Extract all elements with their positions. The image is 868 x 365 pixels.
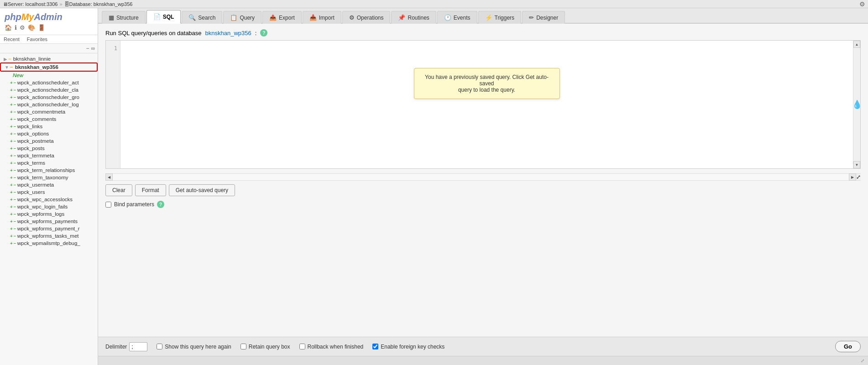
table-name-2: wpck_actionscheduler_cla <box>17 87 78 93</box>
recent-tab[interactable]: Recent <box>0 35 23 43</box>
tab-query[interactable]: 📋 Query <box>223 11 261 24</box>
status-expand-icon[interactable]: ⤢ <box>861 358 864 363</box>
tab-export[interactable]: 📤 Export <box>262 11 302 24</box>
table-name-7: wpck_links <box>17 124 43 129</box>
sidebar-item-bknskhan-wp356[interactable]: ▼ − bknskhan_wp356 <box>0 63 98 72</box>
sidebar-item-table-16[interactable]: + − wpck_users <box>0 188 98 196</box>
retain-query-checkbox[interactable] <box>241 344 246 349</box>
sidebar-item-table-17[interactable]: + − wpck_wpc_accesslocks <box>0 196 98 203</box>
format-button[interactable]: Format <box>135 184 166 196</box>
delimiter-input[interactable] <box>129 342 147 351</box>
tab-import[interactable]: 📥 Import <box>303 11 341 24</box>
designer-tab-icon: ✏ <box>529 14 534 21</box>
tab-operations[interactable]: ⚙ Operations <box>342 11 391 24</box>
bind-params-label[interactable]: Bind parameters <box>114 201 154 208</box>
plus-icon-2: + <box>10 88 13 93</box>
collapse-icon[interactable]: − <box>86 45 89 52</box>
plus-icon-12: + <box>10 161 13 166</box>
minus-icon-16: − <box>14 190 16 195</box>
sidebar-item-table-23[interactable]: + − wpck_wpmailsmtp_debug_ <box>0 240 98 247</box>
table-name-15: wpck_usermeta <box>17 182 54 188</box>
sidebar-item-table-10[interactable]: + − wpck_posts <box>0 145 98 152</box>
settings-icon[interactable]: ⚙ <box>859 0 865 8</box>
infinity-icon[interactable]: ∞ <box>91 45 95 52</box>
sidebar-item-table-7[interactable]: + − wpck_links <box>0 123 98 130</box>
tab-structure-label: Structure <box>116 15 139 21</box>
favorites-tab[interactable]: Favorites <box>23 35 51 43</box>
info-icon-logo[interactable]: ℹ <box>15 24 17 31</box>
delimiter-label: Delimiter <box>105 344 127 350</box>
logout-icon[interactable]: 🚪 <box>38 24 45 31</box>
go-button[interactable]: Go <box>835 341 861 352</box>
scroll-right-arrow[interactable]: ▶ <box>849 173 856 181</box>
line-numbers: 1 <box>106 41 120 168</box>
sql-info-icon[interactable]: ? <box>260 29 267 36</box>
sidebar-item-table-12[interactable]: + − wpck_terms <box>0 159 98 167</box>
water-drop-icon: 💧 <box>852 99 862 110</box>
sidebar-item-table-5[interactable]: + − wpck_commentmeta <box>0 108 98 115</box>
retain-query-label[interactable]: Retain query box <box>249 344 290 350</box>
plus-icon-9: + <box>10 139 13 144</box>
rollback-label[interactable]: Rollback when finished <box>308 344 364 350</box>
tab-events[interactable]: 🕐 Events <box>437 11 477 24</box>
table-name-11: wpck_termmeta <box>17 153 54 158</box>
sidebar-item-table-2[interactable]: + − wpck_actionscheduler_cla <box>0 86 98 94</box>
sql-textarea-area[interactable]: You have a previously saved query. Click… <box>120 41 853 168</box>
sidebar-item-table-15[interactable]: + − wpck_usermeta <box>0 181 98 188</box>
minus-icon-23: − <box>14 241 16 246</box>
tab-events-label: Events <box>454 15 471 21</box>
bind-params-checkbox[interactable] <box>105 202 111 208</box>
editor-expand-icon[interactable]: ⤢ <box>856 174 861 180</box>
sidebar-item-bknskhan-linnie[interactable]: ▶ − bknskhan_linnie <box>0 55 98 63</box>
tab-operations-label: Operations <box>357 15 384 21</box>
footer-bar: Delimiter Show this query here again Ret… <box>98 337 868 356</box>
scroll-left-arrow[interactable]: ◀ <box>105 173 113 181</box>
tab-structure[interactable]: ▦ Structure <box>102 11 146 24</box>
editor-scrollbar-right: ▲ 💧 ▼ <box>853 41 860 168</box>
table-name-6: wpck_comments <box>17 116 57 122</box>
sidebar-item-table-22[interactable]: + − wpck_wpforms_tasks_met <box>0 232 98 240</box>
sidebar-item-table-13[interactable]: + − wpck_term_relationships <box>0 167 98 174</box>
sidebar-item-table-14[interactable]: + − wpck_term_taxonomy <box>0 174 98 181</box>
tab-sql[interactable]: 📄 SQL <box>146 10 181 24</box>
get-auto-saved-button[interactable]: Get auto-saved query <box>169 184 235 196</box>
run-sql-text: Run SQL query/queries on database <box>105 30 202 36</box>
db-name-link[interactable]: bknskhan_wp356 <box>205 30 251 36</box>
tab-designer[interactable]: ✏ Designer <box>522 11 565 24</box>
query-tab-icon: 📋 <box>230 14 237 21</box>
clear-button[interactable]: Clear <box>105 184 132 196</box>
bind-params-info-icon[interactable]: ? <box>157 201 164 208</box>
sidebar-item-table-3[interactable]: + − wpck_actionscheduler_gro <box>0 94 98 101</box>
export-tab-icon: 📤 <box>269 14 277 21</box>
tree-area[interactable]: ▶ − bknskhan_linnie ▼ − bknskhan_wp356 N… <box>0 53 98 365</box>
rollback-item: Rollback when finished <box>299 344 364 350</box>
sidebar-item-table-19[interactable]: + − wpck_wpforms_logs <box>0 210 98 218</box>
tab-triggers-label: Triggers <box>495 15 515 21</box>
sidebar-item-table-1[interactable]: + − wpck_actionscheduler_act <box>0 79 98 86</box>
show-query-checkbox[interactable] <box>157 344 162 349</box>
sidebar-item-table-11[interactable]: + − wpck_termmeta <box>0 152 98 159</box>
foreign-key-checkbox[interactable] <box>372 344 378 349</box>
show-query-label[interactable]: Show this query here again <box>165 344 231 350</box>
scrollbar-down-arrow[interactable]: ▼ <box>853 161 860 168</box>
sidebar-item-table-20[interactable]: + − wpck_wpforms_payments <box>0 218 98 225</box>
home-icon[interactable]: 🏠 <box>5 24 12 31</box>
tab-routines[interactable]: 📌 Routines <box>391 11 436 24</box>
sidebar-item-table-21[interactable]: + − wpck_wpforms_payment_r <box>0 225 98 232</box>
logo-php: php <box>5 12 21 22</box>
sidebar-item-table-8[interactable]: + − wpck_options <box>0 130 98 137</box>
theme-icon[interactable]: 🎨 <box>28 24 35 31</box>
tab-query-label: Query <box>240 15 255 21</box>
foreign-key-label[interactable]: Enable foreign key checks <box>381 344 444 350</box>
tab-search[interactable]: 🔍 Search <box>182 11 222 24</box>
sidebar-item-table-18[interactable]: + − wpck_wpc_login_fails <box>0 203 98 210</box>
sidebar-item-table-4[interactable]: + − wpck_actionscheduler_log <box>0 101 98 108</box>
tab-triggers[interactable]: ⚡ Triggers <box>478 11 522 24</box>
sidebar-item-table-6[interactable]: + − wpck_comments <box>0 115 98 123</box>
settings-icon-logo[interactable]: ⚙ <box>20 24 25 31</box>
rollback-checkbox[interactable] <box>299 344 305 349</box>
scrollbar-up-arrow[interactable]: ▲ <box>853 41 860 48</box>
sidebar-item-new[interactable]: New <box>0 72 98 79</box>
sidebar-item-table-9[interactable]: + − wpck_postmeta <box>0 137 98 145</box>
plus-icon-11: + <box>10 153 13 158</box>
